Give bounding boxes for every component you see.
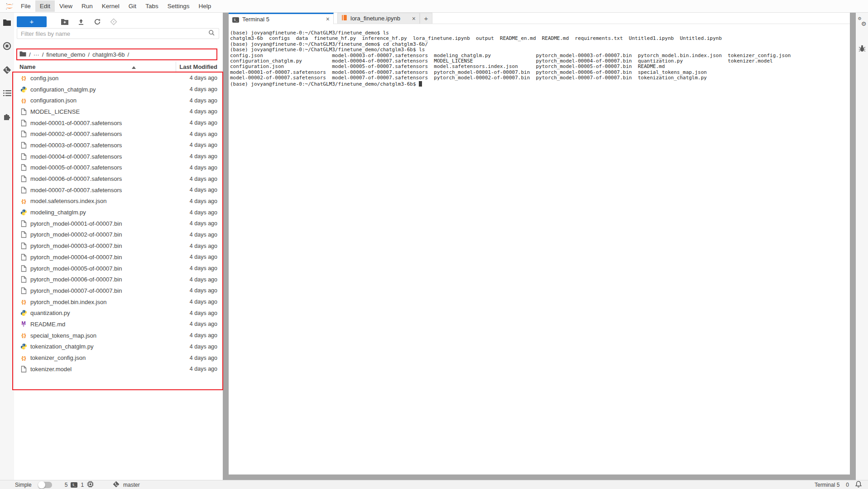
running-sessions-icon[interactable] (3, 42, 11, 50)
home-folder-icon[interactable] (19, 51, 26, 58)
kernel-chip-icon (87, 481, 94, 489)
terminal-output[interactable]: (base) jovyan@finetune-0:~/ChatGLM3/fine… (229, 24, 850, 474)
file-row[interactable]: pytorch_model-00001-of-00007.bin 4 days … (14, 218, 223, 229)
file-file-icon (19, 175, 28, 182)
file-row[interactable]: {:} model.safetensors.index.json 4 days … (14, 196, 223, 207)
file-row[interactable]: pytorch_model-00002-of-00007.bin 4 days … (14, 229, 223, 241)
file-modified: 4 days ago (190, 220, 217, 227)
file-row[interactable]: M▼ README.md 4 days ago (14, 319, 223, 330)
terminal-icon: $_ (232, 15, 239, 23)
new-tab-button[interactable]: + (420, 13, 432, 24)
git-clone-icon[interactable] (106, 16, 122, 27)
terminal-cursor (419, 81, 422, 87)
breadcrumb-separator: / (88, 51, 90, 58)
new-launcher-button[interactable]: + (17, 16, 47, 27)
file-row[interactable]: pytorch_model-00006-of-00007.bin 4 days … (14, 274, 223, 285)
file-file-icon (19, 287, 28, 294)
file-row[interactable]: pytorch_model-00003-of-00007.bin 4 days … (14, 240, 223, 252)
menu-item-edit[interactable]: Edit (35, 0, 55, 12)
panel-splitter-right[interactable] (850, 13, 856, 480)
file-row[interactable]: tokenizer.model 4 days ago (14, 363, 223, 375)
file-file-icon (19, 254, 28, 261)
file-name: tokenizer_config.json (30, 354, 86, 361)
file-row[interactable]: pytorch_model-00004-of-00007.bin 4 days … (14, 252, 223, 263)
file-name: model.safetensors.index.json (30, 198, 106, 204)
bell-icon[interactable] (855, 481, 862, 489)
tab-terminal-5[interactable]: $_ Terminal 5 × (229, 13, 334, 24)
file-row[interactable]: pytorch_model-00007-of-00007.bin 4 days … (14, 285, 223, 296)
python-file-icon (19, 343, 28, 350)
extension-manager-icon[interactable] (3, 112, 11, 121)
file-row[interactable]: model-00003-of-00007.safetensors 4 days … (14, 140, 223, 151)
file-modified: 4 days ago (190, 299, 217, 305)
upload-icon[interactable] (73, 16, 89, 27)
menu-item-tabs[interactable]: Tabs (141, 0, 163, 12)
menu-item-help[interactable]: Help (194, 0, 216, 12)
breadcrumb-dir-finetune-demo[interactable]: finetune_demo (46, 51, 85, 58)
file-modified: 4 days ago (190, 165, 217, 171)
panel-splitter-left[interactable] (223, 13, 229, 480)
table-of-contents-icon[interactable] (3, 90, 11, 97)
simple-mode-toggle[interactable] (38, 482, 52, 488)
file-row[interactable]: model-00001-of-00007.safetensors 4 days … (14, 117, 223, 129)
menu-item-kernel[interactable]: Kernel (97, 0, 124, 12)
menu-item-git[interactable]: Git (124, 0, 141, 12)
file-row[interactable]: model-00006-of-00007.safetensors 4 days … (14, 173, 223, 184)
column-header-name[interactable]: Name (14, 62, 176, 72)
file-row[interactable]: pytorch_model-00005-of-00007.bin 4 days … (14, 263, 223, 274)
file-modified: 4 days ago (190, 86, 217, 92)
file-modified: 4 days ago (190, 254, 217, 260)
file-row[interactable]: model-00005-of-00007.safetensors 4 days … (14, 162, 223, 174)
git-icon[interactable] (3, 66, 11, 74)
status-context-label: Terminal 5 (815, 482, 839, 488)
file-row[interactable]: model-00004-of-00007.safetensors 4 days … (14, 151, 223, 162)
git-branch-name: master (123, 482, 140, 488)
file-name: pytorch_model-00007-of-00007.bin (30, 287, 122, 294)
menu-item-settings[interactable]: Settings (163, 0, 194, 12)
menu-item-view[interactable]: View (55, 0, 77, 12)
file-name: model-00005-of-00007.safetensors (30, 164, 122, 171)
file-name: pytorch_model-00006-of-00007.bin (30, 276, 122, 283)
file-row[interactable]: MODEL_LICENSE 4 days ago (14, 106, 223, 117)
json-file-icon: {:} (19, 199, 28, 204)
file-row[interactable]: {:} tokenizer_config.json 4 days ago (14, 352, 223, 363)
terminal-line: model-00002-of-00007.safetensors model-0… (230, 75, 850, 81)
right-sidebar: ⚙⚙ (856, 13, 868, 480)
property-inspector-icon[interactable]: ⚙⚙ (858, 18, 866, 26)
file-modified: 4 days ago (190, 355, 217, 361)
new-folder-icon[interactable] (57, 16, 73, 27)
file-row[interactable]: model-00002-of-00007.safetensors 4 days … (14, 128, 223, 140)
column-header-last-modified[interactable]: Last Modified (176, 62, 223, 72)
filter-files-input[interactable] (21, 30, 208, 37)
file-row[interactable]: modeling_chatglm.py 4 days ago (14, 207, 223, 218)
breadcrumb-dir-chatglm3-6b[interactable]: chatglm3-6b (92, 51, 125, 58)
file-row[interactable]: {:} pytorch_model.bin.index.json 4 days … (14, 296, 223, 308)
file-row[interactable]: configuration_chatglm.py 4 days ago (14, 84, 223, 95)
breadcrumb-ellipsis[interactable]: ··· (34, 51, 39, 58)
file-browser-icon[interactable] (3, 19, 11, 26)
file-row[interactable]: model-00007-of-00007.safetensors 4 days … (14, 184, 223, 196)
tab-lora-finetune-ipynb[interactable]: lora_finetune.ipynb × (337, 13, 420, 24)
tab-close-icon[interactable]: × (326, 15, 330, 23)
file-row[interactable]: quantization.py 4 days ago (14, 307, 223, 319)
file-file-icon (19, 120, 28, 126)
file-row[interactable]: {:} config.json 4 days ago (14, 73, 223, 84)
file-row[interactable]: {:} special_tokens_map.json 4 days ago (14, 330, 223, 341)
file-file-icon (19, 220, 28, 227)
menu-item-run[interactable]: Run (77, 0, 97, 12)
file-modified: 4 days ago (190, 332, 217, 339)
tab-bar: $_ Terminal 5 × lora_finetune.ipynb × + (229, 13, 850, 24)
menu-item-file[interactable]: File (16, 0, 35, 12)
file-file-icon (19, 242, 28, 249)
git-branch-status[interactable]: master (113, 481, 140, 489)
file-name: model-00006-of-00007.safetensors (30, 175, 122, 182)
sessions-status[interactable]: 5 $_ 1 (65, 481, 94, 489)
file-row[interactable]: {:} configuration.json 4 days ago (14, 95, 223, 106)
tab-close-icon[interactable]: × (412, 15, 416, 22)
search-icon (208, 29, 215, 38)
file-row[interactable]: tokenization_chatglm.py 4 days ago (14, 341, 223, 353)
debugger-icon[interactable] (858, 44, 866, 54)
terminal-line: (base) jovyan@finetune-0:~/ChatGLM3/fine… (230, 47, 850, 53)
refresh-icon[interactable] (89, 16, 106, 27)
python-file-icon (19, 86, 28, 93)
